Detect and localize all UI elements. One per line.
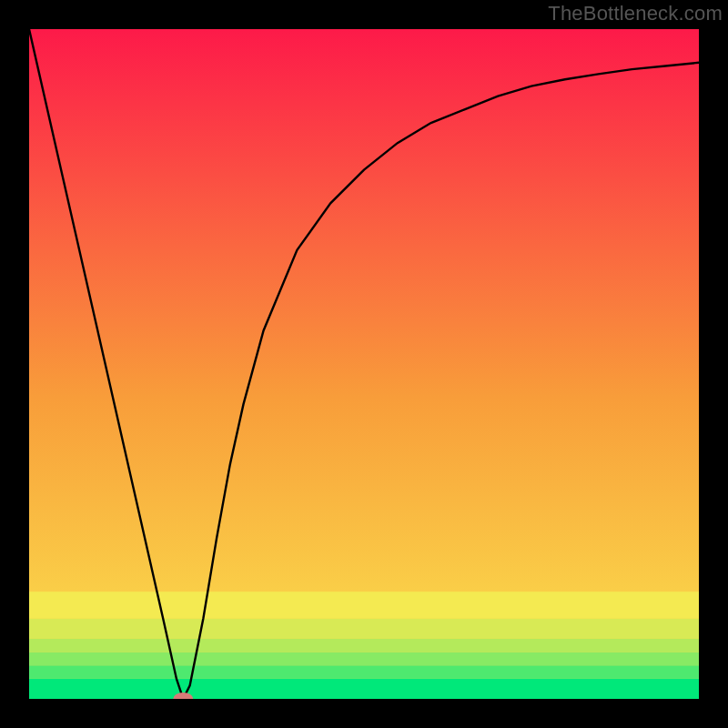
bottleneck-chart: TheBottleneck.com bbox=[0, 0, 728, 728]
color-bands bbox=[29, 592, 699, 699]
color-band bbox=[29, 619, 699, 639]
chart-svg bbox=[0, 0, 728, 728]
color-band bbox=[29, 639, 699, 652]
minimum-marker bbox=[173, 693, 193, 705]
color-band bbox=[29, 652, 699, 665]
color-band bbox=[29, 592, 699, 618]
color-band bbox=[29, 679, 699, 699]
color-band bbox=[29, 665, 699, 679]
